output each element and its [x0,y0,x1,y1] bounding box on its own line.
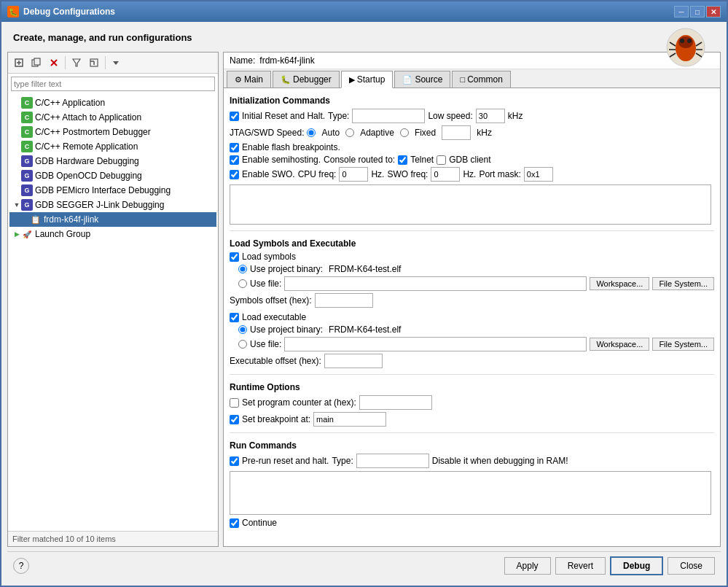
tab-source[interactable]: 📄 Source [394,71,450,88]
startup-tab-content: Initialization Commands Initial Reset an… [224,88,720,546]
jtag-adaptive-radio[interactable] [345,128,354,137]
maximize-button[interactable]: □ [690,6,705,18]
symbols-project-value: FRDM-K64-test.elf [329,264,401,274]
toolbar-separator-2 [105,56,106,69]
pre-run-checkbox[interactable] [230,456,239,466]
titlebar: 🐛 Debug Configurations ─ □ ✕ [1,1,727,22]
symbols-filesystem-button[interactable]: File System... [652,277,714,290]
right-panel: Name: frdm-k64f-jlink ⚙ Main 🐛 Debugger … [223,52,721,547]
collapse-all-button[interactable] [86,55,102,71]
main-tab-label: Main [244,74,263,85]
swo-checkbox[interactable] [230,170,239,179]
minimize-button[interactable]: ─ [674,6,689,18]
init-commands-area[interactable] [230,184,711,225]
run-section-title: Run Commands [230,440,714,451]
symbols-project-label: Use project binary: [250,264,323,274]
cpp-remote-icon: C [21,141,33,152]
tree-item-cpp-remote[interactable]: C C/C++ Remote Application [9,139,216,154]
tree-item-cpp-app[interactable]: C C/C++ Application [9,96,216,110]
telnet-checkbox[interactable] [398,155,407,165]
load-executable-checkbox[interactable] [230,313,239,322]
exe-file-radio[interactable] [238,340,247,349]
load-symbols-checkbox[interactable] [230,252,239,262]
tree-item-frdm[interactable]: 📋 frdm-k64f-jlink [9,212,216,227]
symbols-file-radio[interactable] [238,279,247,288]
init-section: Initialization Commands Initial Reset an… [230,96,714,225]
load-symbols-row: Load symbols [230,252,714,262]
exe-workspace-button[interactable]: Workspace... [590,338,649,351]
revert-button[interactable]: Revert [555,557,606,575]
filter-input[interactable] [11,77,215,91]
expand-arrow-segger: ▼ [12,201,21,209]
tree-item-launch-group[interactable]: ▶ 🚀 Launch Group [9,227,216,241]
set-breakpoint-input[interactable] [313,412,386,427]
cpp-remote-label: C/C++ Remote Application [35,141,138,152]
filter-button[interactable] [69,55,85,71]
expand-arrow [12,186,21,195]
exe-project-radio[interactable] [238,325,247,334]
jtag-fixed-value[interactable] [442,125,471,140]
cpp-postmortem-label: C/C++ Postmortem Debugger [35,127,151,137]
set-pc-checkbox[interactable] [230,398,239,408]
jtag-auto-radio[interactable] [307,128,316,137]
help-button[interactable]: ? [13,558,29,574]
header-title: Create, manage, and run configurations [13,31,192,44]
cpp-postmortem-icon: C [21,126,33,138]
svg-marker-18 [73,59,80,66]
flash-breakpoints-checkbox[interactable] [230,143,239,152]
tab-startup[interactable]: ▶ Startup [341,71,394,88]
tree-item-cpp-attach[interactable]: C C/C++ Attach to Application [9,110,216,125]
tree-item-gdb-pemicro[interactable]: G GDB PEMicro Interface Debugging [9,183,216,198]
tab-debugger[interactable]: 🐛 Debugger [273,71,340,88]
cpu-freq-input[interactable] [339,167,368,182]
run-commands-textarea[interactable] [230,472,711,514]
common-tab-label: Common [467,74,503,85]
tab-common[interactable]: □ Common [452,71,510,88]
continue-checkbox[interactable] [230,518,239,528]
pre-run-row: Pre-run reset and halt. Type: Disable it… [230,454,714,468]
delete-button[interactable] [46,55,62,71]
symbols-project-radio[interactable] [238,265,247,273]
init-commands-textarea[interactable] [230,185,711,224]
apply-button[interactable]: Apply [504,557,551,575]
tree-item-gdb-hardware[interactable]: G GDB Hardware Debugging [9,154,216,168]
initial-reset-checkbox[interactable] [230,112,239,121]
pre-run-type-input[interactable] [356,454,429,468]
jtag-fixed-radio[interactable] [400,128,409,137]
filter-status: Filter matched 10 of 10 items [8,531,218,546]
gdb-openocd-icon: G [21,170,33,182]
swo-freq-input[interactable] [431,167,460,182]
symbols-offset-input[interactable] [315,293,373,308]
continue-row: Continue [230,518,714,528]
main-tab-icon: ⚙ [235,75,242,85]
exe-file-input[interactable] [284,337,587,351]
set-pc-input[interactable] [359,395,432,410]
port-mask-input[interactable] [524,167,553,182]
symbols-workspace-button[interactable]: Workspace... [590,277,649,290]
view-menu-dropdown[interactable] [109,57,123,69]
jtag-fixed-label: Fixed [415,128,436,138]
new-config-button[interactable] [11,55,27,71]
jtag-speed-row: JTAG/SWD Speed: Auto Adaptive Fixed kHz [230,125,714,140]
debug-button[interactable]: Debug [610,556,663,575]
tree-item-cpp-postmortem[interactable]: C C/C++ Postmortem Debugger [9,125,216,139]
exe-filesystem-button[interactable]: File System... [652,338,714,351]
tree-item-gdb-openocd[interactable]: G GDB OpenOCD Debugging [9,168,216,183]
tab-main[interactable]: ⚙ Main [227,71,271,88]
close-window-button[interactable]: ✕ [706,6,721,18]
exe-offset-input[interactable] [324,354,383,368]
close-button[interactable]: Close [668,557,715,575]
set-breakpoint-checkbox[interactable] [230,415,239,424]
run-commands-area[interactable] [230,471,711,515]
semihosting-checkbox[interactable] [230,155,239,165]
duplicate-button[interactable] [28,55,44,71]
cpu-freq-unit: Hz. [371,169,384,179]
gdb-client-checkbox[interactable] [437,155,446,165]
frdm-icon: 📋 [30,214,42,225]
jtag-speed-label: JTAG/SWD Speed: [230,128,304,138]
low-speed-input[interactable] [476,109,505,123]
swo-freq-label: SWO freq: [387,169,428,179]
symbols-file-input[interactable] [284,276,587,291]
type-input[interactable] [352,109,425,123]
tree-item-gdb-segger[interactable]: ▼ G GDB SEGGER J-Link Debugging [9,198,216,212]
